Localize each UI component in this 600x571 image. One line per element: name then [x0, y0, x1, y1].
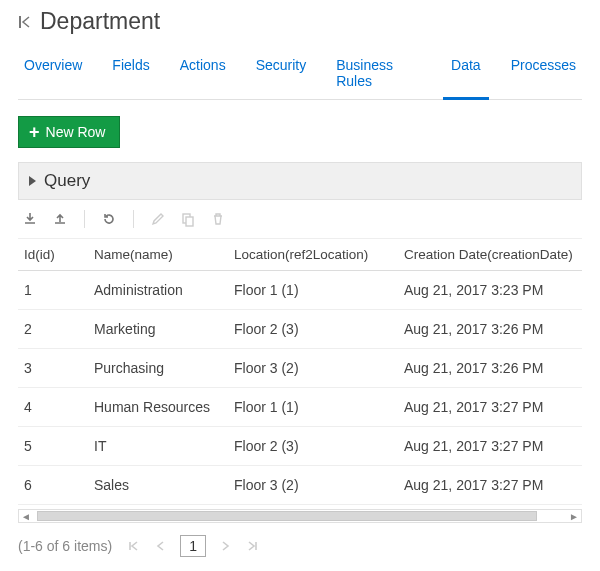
table-row[interactable]: 4Human ResourcesFloor 1 (1)Aug 21, 2017 … — [18, 388, 582, 427]
new-row-label: New Row — [46, 124, 106, 140]
cell-id: 5 — [18, 427, 88, 466]
pager-summary: (1-6 of 6 items) — [18, 538, 112, 554]
grid-header-row: Id(id) Name(name) Location(ref2Location)… — [18, 239, 582, 271]
edit-button — [150, 211, 166, 227]
toolbar-separator — [133, 210, 134, 228]
current-page[interactable]: 1 — [180, 535, 206, 557]
cell-name: Administration — [88, 271, 228, 310]
plus-icon: + — [29, 125, 40, 139]
cell-location: Floor 2 (3) — [228, 310, 398, 349]
cell-location: Floor 2 (3) — [228, 427, 398, 466]
tab-bar: OverviewFieldsActionsSecurityBusiness Ru… — [18, 49, 582, 100]
cell-created: Aug 21, 2017 3:27 PM — [398, 427, 582, 466]
pager: (1-6 of 6 items) 1 — [18, 523, 582, 557]
prev-page-button — [154, 539, 166, 553]
tab-actions[interactable]: Actions — [178, 49, 228, 99]
page-header: Department — [18, 8, 582, 35]
tab-fields[interactable]: Fields — [110, 49, 151, 99]
page-title: Department — [40, 8, 160, 35]
tab-overview[interactable]: Overview — [22, 49, 84, 99]
tab-processes[interactable]: Processes — [509, 49, 578, 99]
col-header-location[interactable]: Location(ref2Location) — [228, 239, 398, 271]
query-label: Query — [44, 171, 90, 191]
cell-created: Aug 21, 2017 3:23 PM — [398, 271, 582, 310]
download-button[interactable] — [22, 211, 38, 227]
cell-id: 4 — [18, 388, 88, 427]
chevron-right-icon — [29, 176, 36, 186]
toolbar-separator — [84, 210, 85, 228]
cell-location: Floor 1 (1) — [228, 388, 398, 427]
cell-id: 1 — [18, 271, 88, 310]
refresh-button[interactable] — [101, 211, 117, 227]
tab-business-rules[interactable]: Business Rules — [334, 49, 423, 99]
svg-rect-2 — [186, 217, 193, 226]
cell-location: Floor 1 (1) — [228, 271, 398, 310]
horizontal-scrollbar[interactable]: ◄ ► — [18, 509, 582, 523]
scroll-thumb[interactable] — [37, 511, 537, 521]
cell-name: Human Resources — [88, 388, 228, 427]
tab-data[interactable]: Data — [449, 49, 483, 99]
cell-created: Aug 21, 2017 3:27 PM — [398, 466, 582, 505]
cell-created: Aug 21, 2017 3:26 PM — [398, 310, 582, 349]
back-icon[interactable] — [18, 15, 32, 29]
duplicate-button — [180, 211, 196, 227]
scroll-left-icon[interactable]: ◄ — [19, 510, 33, 522]
cell-created: Aug 21, 2017 3:26 PM — [398, 349, 582, 388]
cell-location: Floor 3 (2) — [228, 466, 398, 505]
upload-button[interactable] — [52, 211, 68, 227]
first-page-button — [126, 539, 140, 553]
table-row[interactable]: 5ITFloor 2 (3)Aug 21, 2017 3:27 PM — [18, 427, 582, 466]
cell-id: 6 — [18, 466, 88, 505]
col-header-name[interactable]: Name(name) — [88, 239, 228, 271]
cell-id: 2 — [18, 310, 88, 349]
cell-id: 3 — [18, 349, 88, 388]
last-page-button — [246, 539, 260, 553]
col-header-created[interactable]: Creation Date(creationDate) — [398, 239, 582, 271]
table-row[interactable]: 6SalesFloor 3 (2)Aug 21, 2017 3:27 PM — [18, 466, 582, 505]
next-page-button — [220, 539, 232, 553]
data-grid: Id(id) Name(name) Location(ref2Location)… — [18, 238, 582, 505]
svg-rect-0 — [19, 16, 21, 28]
cell-name: IT — [88, 427, 228, 466]
cell-name: Purchasing — [88, 349, 228, 388]
table-row[interactable]: 2MarketingFloor 2 (3)Aug 21, 2017 3:26 P… — [18, 310, 582, 349]
cell-created: Aug 21, 2017 3:27 PM — [398, 388, 582, 427]
cell-location: Floor 3 (2) — [228, 349, 398, 388]
cell-name: Sales — [88, 466, 228, 505]
scroll-right-icon[interactable]: ► — [567, 510, 581, 522]
delete-button — [210, 211, 226, 227]
tab-security[interactable]: Security — [254, 49, 309, 99]
new-row-button[interactable]: + New Row — [18, 116, 120, 148]
query-expander[interactable]: Query — [18, 162, 582, 200]
grid-toolbar — [18, 200, 582, 238]
col-header-id[interactable]: Id(id) — [18, 239, 88, 271]
table-row[interactable]: 1AdministrationFloor 1 (1)Aug 21, 2017 3… — [18, 271, 582, 310]
table-row[interactable]: 3PurchasingFloor 3 (2)Aug 21, 2017 3:26 … — [18, 349, 582, 388]
cell-name: Marketing — [88, 310, 228, 349]
